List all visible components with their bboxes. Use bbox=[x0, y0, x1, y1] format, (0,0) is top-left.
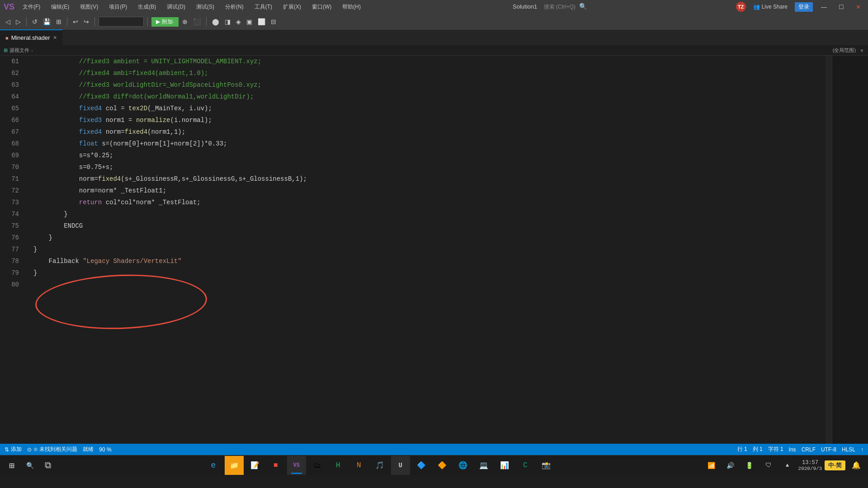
start-button[interactable]: ⊞ bbox=[4, 457, 20, 474]
taskbar-notepad[interactable]: 📝 bbox=[245, 456, 264, 475]
task-view[interactable]: ⧉ bbox=[40, 457, 56, 474]
code-area[interactable]: //fixed3 ambient = UNITY_LIGHTMODEL_AMBI… bbox=[29, 56, 826, 444]
toolbar-extra3[interactable]: ◈ bbox=[234, 17, 243, 26]
code-line-71: norm=fixed4(s+_GlossinessR,s+_Glossiness… bbox=[33, 173, 826, 185]
menu-test[interactable]: 测试(S) bbox=[193, 2, 217, 12]
taskbar-app4[interactable]: H bbox=[329, 456, 348, 475]
register-button[interactable]: 登录 bbox=[795, 2, 813, 12]
menu-help[interactable]: 帮助(H) bbox=[340, 2, 363, 12]
taskbar-app9[interactable]: 🔶 bbox=[433, 456, 452, 475]
taskbar-app1[interactable]: ■ bbox=[266, 456, 285, 475]
breadcrumb-scope[interactable]: (全局范围) bbox=[833, 47, 856, 54]
toolbar-extra6[interactable]: ⊟ bbox=[269, 17, 278, 26]
status-bar-left: ⇅ 添加 ⊙ ⊙ 未找到相关问题 就绪 90 % bbox=[5, 446, 112, 453]
run-button[interactable]: ▶ 附加· bbox=[151, 17, 179, 27]
tab-mineral-shader[interactable]: ■ Mineral.shader ✕ bbox=[0, 29, 62, 45]
error-status[interactable]: ⊙ ⊙ 未找到相关问题 bbox=[27, 446, 77, 453]
toolbar-redo[interactable]: ↪ bbox=[82, 17, 91, 26]
toolbar-sep5 bbox=[206, 17, 207, 26]
ime-bar[interactable]: 中·简 bbox=[825, 460, 845, 470]
antivirus-icon[interactable]: 🛡 bbox=[760, 457, 777, 474]
toolbar-extra1[interactable]: ⬤ bbox=[210, 17, 221, 26]
line-num-67: 67 bbox=[0, 126, 19, 138]
crlf-status[interactable]: CRLF bbox=[802, 446, 816, 453]
source-control-label: 添加 bbox=[11, 446, 22, 453]
char-status[interactable]: 字符 1 bbox=[768, 446, 783, 453]
col-label: 列 1 bbox=[753, 446, 763, 453]
zoom-status[interactable]: 90 % bbox=[99, 446, 111, 453]
line-num-65: 65 bbox=[0, 103, 19, 114]
status-bar: ⇅ 添加 ⊙ ⊙ 未找到相关问题 就绪 90 % 行 1 列 1 字符 1 In… bbox=[0, 444, 868, 455]
menu-debug[interactable]: 调试(D) bbox=[164, 2, 188, 12]
ime-label: 中· bbox=[828, 462, 836, 469]
toolbar-save[interactable]: 💾 bbox=[41, 17, 52, 26]
restore-button[interactable]: ☐ bbox=[835, 3, 848, 11]
network-icon[interactable]: 📶 bbox=[703, 457, 720, 474]
ready-label: 就绪 bbox=[83, 446, 94, 453]
code-line-70: s=0.75+s; bbox=[33, 161, 826, 173]
col-status[interactable]: 列 1 bbox=[753, 446, 763, 453]
editor-container: 61 62 63 64 65 66 67 68 69 70 71 72 73 7… bbox=[0, 56, 868, 444]
taskbar-app12[interactable]: 📊 bbox=[495, 456, 514, 475]
taskbar-app11[interactable]: 💻 bbox=[474, 456, 493, 475]
taskbar-unity[interactable]: U bbox=[391, 456, 410, 475]
taskbar-explorer[interactable]: 📁 bbox=[225, 456, 244, 475]
notification-icon[interactable]: 🔔 bbox=[848, 457, 864, 474]
menu-tools[interactable]: 工具(T) bbox=[252, 2, 275, 12]
toolbar-extra4[interactable]: ▣ bbox=[245, 17, 254, 26]
taskbar-app14[interactable]: 📸 bbox=[537, 456, 556, 475]
menu-extension[interactable]: 扩展(X) bbox=[280, 2, 304, 12]
breadcrumb-source[interactable]: 源视文件 bbox=[9, 47, 29, 54]
title-bar-left: VS 文件(F) 编辑(E) 视图(V) 项目(P) 生成(B) 调试(D) 测… bbox=[4, 2, 363, 12]
up-arrow-icon[interactable]: ▲ bbox=[779, 457, 796, 474]
taskbar-app10[interactable]: 🌐 bbox=[453, 456, 472, 475]
toolbar-search-input[interactable] bbox=[99, 17, 144, 27]
taskbar-app5[interactable]: N bbox=[349, 456, 368, 475]
row-status[interactable]: 行 1 bbox=[737, 446, 747, 453]
volume-icon[interactable]: 🔊 bbox=[722, 457, 739, 474]
taskbar-app13[interactable]: C bbox=[516, 456, 535, 475]
toolbar-refresh[interactable]: ↺ bbox=[30, 17, 39, 26]
encoding-status[interactable]: UTF-8 bbox=[821, 446, 836, 453]
menu-edit[interactable]: 编辑(E) bbox=[48, 2, 72, 12]
toolbar-back[interactable]: ◁ bbox=[4, 17, 12, 26]
taskbar-app6[interactable]: 🎵 bbox=[370, 456, 389, 475]
taskbar-edge[interactable]: e bbox=[204, 456, 223, 475]
upload-status[interactable]: ↑ bbox=[861, 446, 863, 453]
toolbar-save-all[interactable]: ⊞ bbox=[54, 17, 63, 26]
vertical-scrollbar[interactable] bbox=[826, 56, 832, 444]
menu-file[interactable]: 文件(F) bbox=[20, 2, 43, 12]
ins-status[interactable]: Ins bbox=[789, 446, 796, 453]
battery-icon[interactable]: 🔋 bbox=[741, 457, 758, 474]
taskbar-right: 📶 🔊 🔋 🛡 ▲ 13:57 2020/9/3 中·简 🔔 bbox=[703, 457, 864, 474]
minimize-button[interactable]: — bbox=[817, 3, 830, 11]
taskbar-clock[interactable]: 13:57 2020/9/3 bbox=[798, 460, 822, 471]
menu-project[interactable]: 项目(P) bbox=[106, 2, 130, 12]
menu-analyze[interactable]: 分析(N) bbox=[222, 2, 246, 12]
title-bar: VS 文件(F) 编辑(E) 视图(V) 项目(P) 生成(B) 调试(D) 测… bbox=[0, 0, 868, 14]
taskbar-vs[interactable]: VS bbox=[287, 456, 306, 475]
toolbar-breakpoint[interactable]: ⬛ bbox=[191, 17, 203, 26]
tab-bar: ■ Mineral.shader ✕ bbox=[0, 30, 868, 46]
toolbar-extra5[interactable]: ⬜ bbox=[256, 17, 267, 26]
zoom-label: 90 % bbox=[99, 446, 111, 453]
toolbar-extra2[interactable]: ◨ bbox=[223, 17, 232, 26]
toolbar-attach[interactable]: ⊕ bbox=[180, 17, 189, 26]
upload-icon: ↑ bbox=[861, 446, 863, 453]
live-share-button[interactable]: 👥 Live Share bbox=[750, 3, 790, 11]
menu-view[interactable]: 视图(V) bbox=[77, 2, 101, 12]
minimap bbox=[832, 56, 868, 444]
lang-status[interactable]: HLSL bbox=[842, 446, 855, 453]
search-taskbar[interactable]: 🔍 bbox=[22, 457, 38, 474]
menu-build[interactable]: 生成(B) bbox=[135, 2, 159, 12]
toolbar-undo[interactable]: ↩ bbox=[71, 17, 80, 26]
line-num-79: 79 bbox=[0, 267, 19, 279]
menu-window[interactable]: 窗口(W) bbox=[309, 2, 334, 12]
tab-close-icon[interactable]: ✕ bbox=[53, 35, 57, 41]
taskbar-app8[interactable]: 🔷 bbox=[412, 456, 431, 475]
taskbar-app3[interactable]: 🗂 bbox=[308, 456, 327, 475]
close-button[interactable]: ✕ bbox=[852, 3, 864, 11]
source-control-status[interactable]: ⇅ 添加 bbox=[5, 446, 22, 453]
toolbar-forward[interactable]: ▷ bbox=[14, 17, 23, 26]
taskbar-center: e 📁 📝 ■ VS 🗂 H N 🎵 U 🔷 🔶 🌐 💻 📊 C 📸 bbox=[204, 456, 556, 475]
